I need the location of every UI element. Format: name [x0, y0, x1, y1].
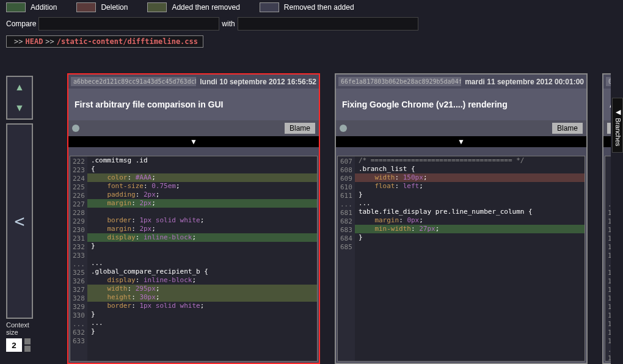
code-line	[87, 250, 317, 259]
commit-date: mardi 11 septembre 2012 00:01:00	[465, 78, 584, 86]
commit-sha[interactable]: a6bbece2d121c89cc91a43d5c45d763dcbeaf248	[71, 77, 196, 86]
code-line: width: 295px;	[87, 285, 317, 293]
commit-panel[interactable]: a6bbece2d121c89cc91a43d5c45d763dcbeaf248…	[67, 73, 320, 364]
code-line: height: 30px;	[87, 293, 317, 302]
blame-button[interactable]: Blame	[607, 123, 611, 134]
meta-bar: Blame	[603, 120, 611, 136]
breadcrumb-path[interactable]: /static-content/difftimeline.css	[57, 37, 198, 46]
code-area: 607608609610611...681682683684685/* ====…	[337, 156, 585, 362]
line-number: 633	[71, 337, 86, 346]
up-icon: ▲	[15, 82, 24, 93]
context-size-label: Context size	[6, 321, 35, 336]
context-inc-dec[interactable]	[24, 338, 31, 352]
breadcrumb-ref[interactable]: HEAD	[25, 37, 43, 46]
legend-removed-then-added: Removed then added	[284, 3, 354, 12]
code-line: min-width: 27px;	[355, 225, 585, 233]
expand-bar[interactable]: ▼	[336, 136, 586, 147]
prev-commit-button[interactable]: <	[6, 123, 33, 319]
code-line: display: inline-block;	[87, 276, 317, 285]
code-line: font-size: 0.75em;	[87, 182, 317, 191]
code-line: float: left;	[355, 182, 585, 191]
branches-tab-label: Branches	[614, 118, 622, 146]
line-number: 118	[607, 252, 611, 260]
line-number: 328	[71, 294, 86, 303]
commit-title: First arbitrary file comparison in GUI	[68, 89, 319, 120]
line-number: 94	[607, 183, 611, 192]
compare-label: Compare	[6, 20, 36, 28]
legend: Addition Deletion Added then removed Rem…	[0, 0, 623, 15]
nav-down-button[interactable]: ▼	[7, 98, 32, 118]
code-line: color: #AAA;	[87, 173, 317, 182]
code-line: padding: 2px;	[87, 191, 317, 199]
meta-bar: Blame	[68, 120, 319, 136]
code-line: .global_compare_recipient_b {	[87, 268, 317, 276]
compare-right-input[interactable]	[238, 17, 418, 31]
spacer	[68, 147, 319, 156]
down-icon: ▼	[15, 103, 24, 114]
code-line: width: 150px;	[355, 173, 585, 182]
line-number: 230	[71, 226, 86, 235]
line-number: 684	[339, 235, 354, 243]
line-number: ...	[71, 260, 86, 269]
line-number: 233	[71, 252, 86, 260]
line-number: ...	[607, 346, 611, 354]
branches-tab[interactable]: ◀ Branches	[612, 98, 623, 153]
expand-bar[interactable]: ▼	[603, 136, 611, 147]
line-number: 608	[339, 166, 354, 175]
code-line: }	[87, 242, 317, 250]
line-number: 226	[71, 192, 86, 200]
blame-button[interactable]: Blame	[285, 123, 315, 134]
blame-button[interactable]: Blame	[552, 123, 583, 134]
with-label: with	[222, 20, 235, 28]
line-number: 123	[607, 294, 611, 303]
legend-added-then-removed: Added then removed	[172, 3, 239, 12]
line-number: 113	[607, 209, 611, 217]
line-number: 228	[71, 209, 86, 217]
code-line: .commitmsg .id	[87, 156, 317, 165]
compare-left-input[interactable]	[38, 17, 219, 31]
commit-title: Ac	[603, 89, 611, 120]
line-number: 124	[607, 303, 611, 311]
line-gutter: 607608609610611...681682683684685	[338, 156, 355, 361]
context-size-input[interactable]	[6, 338, 22, 352]
meta-bar: Blame	[336, 120, 586, 136]
line-number: 120	[607, 269, 611, 277]
panel-header: a6bbece2d121c89cc91a43d5c45d763dcbeaf248…	[68, 75, 319, 89]
commits-scroller[interactable]: a6bbece2d121c89cc91a43d5c45d763dcbeaf248…	[67, 73, 611, 364]
code-body: .commitmsg .id{ color: #AAA; font-size: …	[87, 156, 317, 361]
expand-bar[interactable]: ▼	[68, 136, 319, 147]
nav-up-button[interactable]: ▲	[7, 77, 32, 98]
line-number: ...	[607, 260, 611, 269]
code-line: }	[87, 310, 317, 319]
spacer	[603, 147, 611, 156]
line-number: 223	[71, 166, 86, 175]
code-line: /* =================================== *…	[355, 156, 585, 165]
code-body: /* =================================== *…	[355, 156, 585, 361]
line-number: 682	[339, 217, 354, 226]
line-number: 227	[71, 200, 86, 209]
plus-icon	[24, 338, 31, 344]
legend-deletion: Deletion	[101, 3, 128, 12]
line-number: 117	[607, 243, 611, 252]
commit-sha[interactable]: 05bce	[606, 77, 611, 86]
code-area: 222223224225226227228229230231232233...3…	[70, 156, 318, 362]
line-number: 222	[71, 158, 86, 166]
spacer	[336, 147, 586, 156]
line-number: 632	[71, 329, 86, 337]
line-number: 610	[339, 183, 354, 192]
line-number: 683	[339, 226, 354, 235]
arrow-left-icon: ◀	[614, 108, 622, 116]
line-number: 609	[339, 175, 354, 183]
line-gutter: 222223224225226227228229230231232233...3…	[70, 156, 87, 361]
code-line	[87, 208, 317, 216]
code-line: }	[87, 327, 317, 336]
line-number: 229	[71, 217, 86, 226]
swatch-added-then-removed	[147, 2, 167, 12]
commit-panel[interactable]: 66fe1a817803b062be28ac8929b5da04fdf1440e…	[335, 73, 588, 364]
commit-sha[interactable]: 66fe1a817803b062be28ac8929b5da04fdf1440e	[338, 77, 461, 86]
breadcrumb-sep-2: >>	[45, 37, 54, 46]
line-number: 116	[607, 235, 611, 243]
code-line: margin: 0px;	[355, 216, 585, 225]
commit-panel[interactable]: 05bceAcBlame▼9192939495...11311411511611…	[602, 73, 611, 364]
left-nav: ▲ ▼ < Context size	[6, 76, 35, 352]
